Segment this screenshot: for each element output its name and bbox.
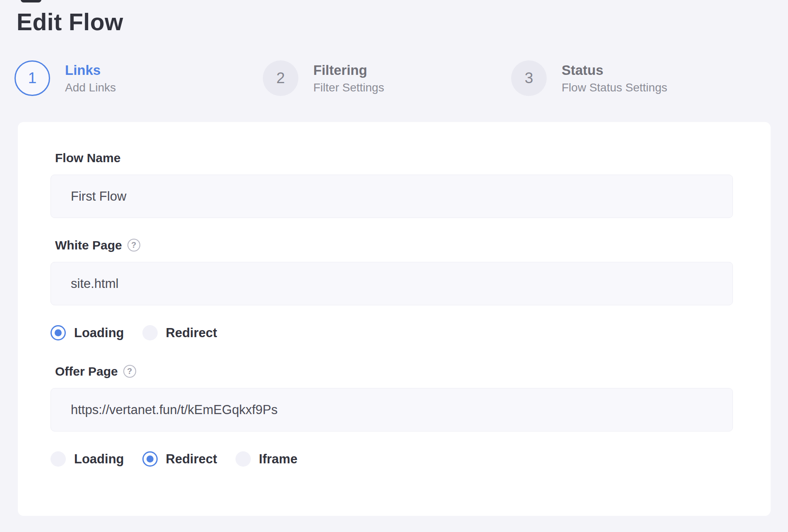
step-subtitle: Flow Status Settings — [562, 81, 667, 94]
flow-name-label: Flow Name — [55, 151, 120, 165]
offer-page-loading-option[interactable]: Loading — [50, 451, 124, 467]
step-text: Filtering Filter Settings — [313, 62, 384, 94]
offer-page-mode-radio-group: Loading Redirect Iframe — [50, 451, 733, 467]
page-title: Edit Flow — [0, 0, 788, 36]
step-subtitle: Add Links — [65, 81, 116, 94]
white-page-label: White Page — [55, 238, 122, 252]
white-page-label-row: White Page ? — [55, 238, 733, 252]
step-number-badge: 3 — [511, 60, 547, 96]
flow-name-input[interactable] — [50, 175, 733, 218]
step-subtitle: Filter Settings — [313, 81, 384, 94]
flow-name-label-row: Flow Name — [55, 151, 733, 165]
step-number-badge: 2 — [263, 60, 298, 96]
stepper-step-status[interactable]: 3 Status Flow Status Settings — [511, 60, 759, 96]
offer-page-label-row: Offer Page ? — [55, 364, 733, 378]
question-mark-icon[interactable]: ? — [127, 239, 140, 252]
white-page-mode-radio-group: Loading Redirect — [50, 325, 733, 340]
offer-page-label: Offer Page — [55, 364, 118, 378]
links-form-card: Flow Name White Page ? Loading Redirect … — [18, 122, 771, 516]
radio-unselected-icon[interactable] — [50, 451, 66, 467]
white-page-loading-option[interactable]: Loading — [50, 325, 124, 340]
step-text: Status Flow Status Settings — [562, 62, 667, 94]
step-title: Filtering — [313, 62, 384, 78]
stepper: 1 Links Add Links 2 Filtering Filter Set… — [14, 60, 759, 96]
radio-selected-icon[interactable] — [142, 451, 158, 467]
offer-page-redirect-option[interactable]: Redirect — [142, 451, 217, 467]
offer-page-iframe-option[interactable]: Iframe — [235, 451, 298, 467]
radio-unselected-icon[interactable] — [235, 451, 251, 467]
radio-selected-icon[interactable] — [50, 325, 66, 340]
clipped-top-element — [21, 0, 41, 2]
offer-page-input[interactable] — [50, 388, 733, 431]
white-page-input[interactable] — [50, 262, 733, 305]
question-mark-icon[interactable]: ? — [123, 365, 136, 378]
white-page-redirect-option[interactable]: Redirect — [142, 325, 217, 340]
step-title: Links — [65, 62, 116, 78]
step-text: Links Add Links — [65, 62, 116, 94]
step-number-badge: 1 — [14, 60, 50, 96]
step-title: Status — [562, 62, 667, 78]
radio-unselected-icon[interactable] — [142, 325, 158, 340]
stepper-step-filtering[interactable]: 2 Filtering Filter Settings — [263, 60, 511, 96]
stepper-step-links[interactable]: 1 Links Add Links — [14, 60, 263, 96]
